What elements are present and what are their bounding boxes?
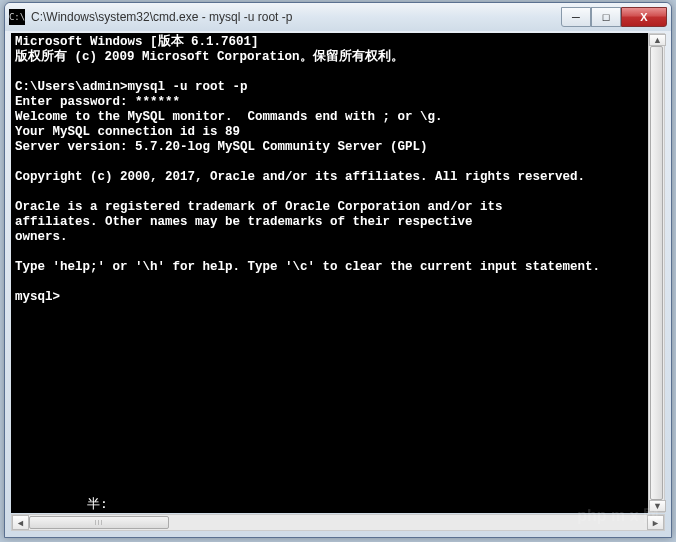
scroll-thumb-vertical[interactable] xyxy=(650,46,663,500)
vertical-scrollbar[interactable]: ▲ ▼ xyxy=(648,33,665,513)
scroll-left-button[interactable]: ◄ xyxy=(12,515,29,530)
scroll-track-horizontal[interactable] xyxy=(29,515,647,530)
scroll-track-vertical[interactable] xyxy=(649,46,664,500)
window-controls: ─ □ X xyxy=(561,7,667,27)
close-button[interactable]: X xyxy=(621,7,667,27)
ime-status-bar: 半: xyxy=(11,495,665,513)
cmd-window: C:\ C:\Windows\system32\cmd.exe - mysql … xyxy=(4,2,672,538)
client-area: Microsoft Windows [版本 6.1.7601] 版权所有 (c)… xyxy=(11,33,665,513)
horizontal-scrollbar[interactable]: ◄ ► xyxy=(11,514,665,531)
scroll-thumb-horizontal[interactable] xyxy=(29,516,169,529)
scroll-right-button[interactable]: ► xyxy=(647,515,664,530)
scroll-down-button[interactable]: ▼ xyxy=(649,500,666,512)
titlebar[interactable]: C:\ C:\Windows\system32\cmd.exe - mysql … xyxy=(5,3,671,31)
minimize-button[interactable]: ─ xyxy=(561,7,591,27)
terminal-output[interactable]: Microsoft Windows [版本 6.1.7601] 版权所有 (c)… xyxy=(11,33,665,495)
maximize-button[interactable]: □ xyxy=(591,7,621,27)
window-title: C:\Windows\system32\cmd.exe - mysql -u r… xyxy=(31,10,561,24)
scroll-up-button[interactable]: ▲ xyxy=(649,34,666,46)
cmd-icon: C:\ xyxy=(9,9,25,25)
